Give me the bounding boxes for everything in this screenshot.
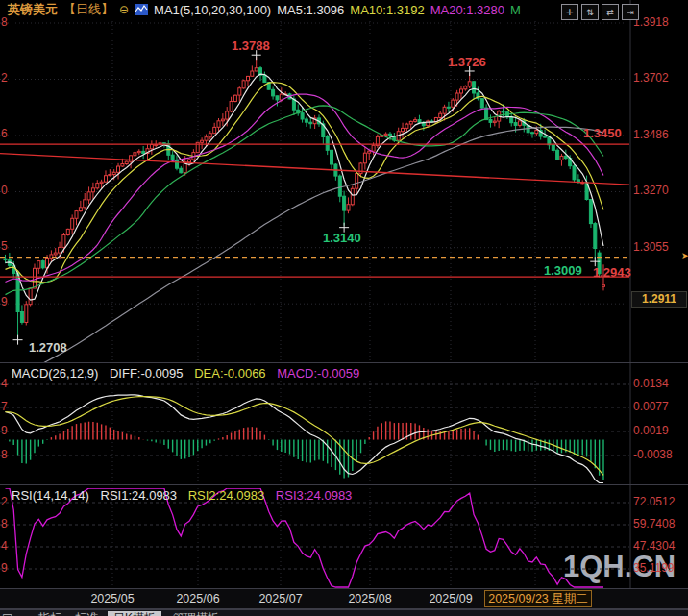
- candle-body: [389, 134, 392, 136]
- alert-arrow-icon: ➤: [681, 251, 688, 260]
- candle-body: [75, 211, 78, 219]
- ma20-value: MA20:1.3280: [430, 3, 504, 17]
- month-label: 2025/07: [258, 592, 302, 605]
- rsi-pane-header: RSI(14,14,14) RSI1:24.0983 RSI2:24.0983 …: [12, 488, 359, 503]
- candle-body: [573, 166, 576, 180]
- candle-body: [535, 131, 538, 134]
- candle-body: [356, 174, 358, 189]
- candle-body: [105, 176, 108, 183]
- candle-body: [331, 150, 333, 164]
- bottom-tab-item[interactable]: 管理模板: [173, 611, 219, 616]
- candle-body: [121, 164, 124, 167]
- candle-body: [242, 81, 245, 88]
- candle-body: [87, 192, 90, 200]
- pan-right-icon[interactable]: ⇥: [622, 4, 639, 20]
- candle-body: [301, 113, 304, 119]
- candle-body: [255, 68, 258, 71]
- candle-body: [473, 82, 476, 93]
- candle-body: [493, 121, 496, 122]
- month-label: 2025/09: [429, 592, 472, 605]
- candle-body: [368, 151, 371, 153]
- candle-body: [489, 120, 492, 123]
- move-crosshair-icon[interactable]: ✛: [561, 4, 578, 20]
- collapse-icon[interactable]: ⊖: [119, 3, 129, 16]
- ma10-value: MA10:1.3192: [350, 3, 424, 17]
- macd-dea-value: DEA:-0.0066: [194, 366, 265, 381]
- rsi2-value: RSI2:24.0983: [188, 488, 265, 503]
- month-label: 2025/05: [90, 592, 134, 605]
- candle-body: [213, 127, 216, 133]
- candle-body: [405, 124, 408, 128]
- candle-body: [71, 218, 74, 229]
- candle-body: [564, 156, 567, 158]
- ma30-value-truncated: M: [510, 3, 521, 17]
- candle-body: [544, 136, 547, 137]
- bottom-tab-bar: ▤指标标准日K模板管理模板: [0, 609, 688, 616]
- candles-layer: [4, 57, 605, 338]
- zoom-x-axis-icon[interactable]: ⇄: [602, 4, 619, 20]
- candle-body: [384, 134, 387, 135]
- candle-body: [125, 161, 128, 163]
- macd-macd-value: MACD:-0.0059: [277, 366, 359, 381]
- candle-body: [464, 86, 467, 89]
- candle-body: [251, 71, 254, 76]
- bottom-tab-selected[interactable]: 日K模板: [108, 611, 161, 616]
- candle-body: [460, 89, 463, 93]
- rsi-title: RSI(14,14,14): [12, 488, 89, 503]
- current-date-badge[interactable]: 2025/09/23 星期二: [484, 590, 592, 607]
- kline-chart-icon[interactable]: [135, 4, 148, 15]
- bottom-tab-item[interactable]: 标准: [75, 611, 98, 616]
- candle-body: [29, 288, 32, 305]
- candle-body: [205, 137, 208, 141]
- candle-body: [552, 145, 554, 151]
- candle-body: [134, 153, 136, 156]
- candle-body: [37, 261, 40, 269]
- candle-body: [238, 88, 241, 95]
- candle-body: [91, 188, 94, 192]
- candle-body: [280, 94, 283, 100]
- candle-body: [230, 102, 233, 111]
- macd-title: MACD(26,12,9): [12, 366, 98, 381]
- candle-body: [209, 134, 211, 137]
- candle-body: [309, 122, 312, 124]
- current-price-label: 1.2911: [631, 291, 687, 308]
- candle-body: [130, 156, 133, 161]
- ma10-line: [6, 83, 604, 283]
- candle-body: [96, 184, 99, 188]
- candle-body: [372, 145, 375, 151]
- candle-body: [276, 96, 279, 100]
- chart-toolbar: ✛⇅⇄⇥: [561, 4, 639, 20]
- ma-settings-label: MA1(5,10,20,30,100): [154, 3, 271, 17]
- candle-body: [109, 175, 111, 176]
- candle-body: [62, 235, 65, 248]
- ma5-value: MA5:1.3096: [277, 3, 344, 17]
- candle-body: [589, 200, 592, 224]
- candle-body: [510, 117, 513, 123]
- month-label: 2025/06: [176, 592, 219, 605]
- bottom-tab-item[interactable]: ▤: [2, 611, 12, 616]
- candle-body: [137, 151, 140, 152]
- zoom-y-axis-icon[interactable]: ⇅: [581, 4, 599, 20]
- candle-body: [326, 137, 329, 151]
- candle-body: [363, 153, 366, 163]
- candle-body: [247, 76, 250, 80]
- date-axis: 2025/09/23 星期二 2025/052025/062025/072025…: [0, 589, 688, 608]
- bottom-tab-item[interactable]: 指标: [38, 611, 61, 616]
- chart-canvas[interactable]: [0, 0, 688, 616]
- candle-body: [414, 120, 417, 122]
- candle-body: [443, 107, 446, 113]
- candle-body: [418, 120, 421, 123]
- candle-body: [594, 224, 597, 249]
- ma5-line: [6, 74, 604, 300]
- period-label[interactable]: 【日线】: [63, 1, 113, 18]
- candle-body: [79, 208, 82, 211]
- candle-body: [4, 259, 7, 259]
- candle-body: [531, 133, 534, 134]
- candle-body: [447, 107, 450, 108]
- macd-dea-line: [6, 397, 604, 476]
- candle-body: [598, 253, 601, 274]
- symbol-name: 英镑美元: [8, 1, 58, 18]
- candle-body: [217, 121, 220, 128]
- candle-body: [452, 100, 455, 107]
- candle-body: [560, 156, 563, 160]
